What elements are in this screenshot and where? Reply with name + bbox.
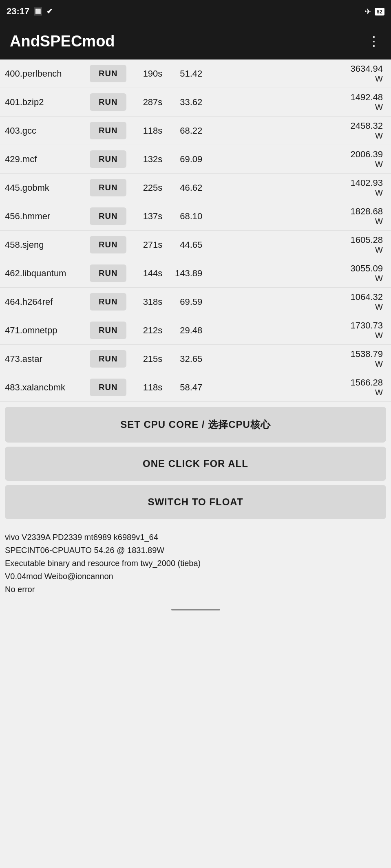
table-row: 483.xalancbmkRUN118s58.471566.28W	[0, 373, 391, 402]
airplane-icon: ✈	[364, 7, 371, 16]
bench-name: 429.mcf	[5, 154, 86, 165]
table-row: 458.sjengRUN271s44.651605.28W	[0, 231, 391, 259]
benchmark-list: 400.perlbenchRUN190s51.423634.94W401.bzi…	[0, 59, 391, 402]
switch-to-float-button[interactable]: SWITCH TO FLOAT	[5, 485, 386, 519]
run-button-483-xalancbmk[interactable]: RUN	[90, 379, 126, 396]
bench-time: 137s	[130, 211, 162, 222]
action-buttons-section: SET CPU CORE / 选择CPU核心 ONE CLICK FOR ALL…	[0, 402, 391, 524]
bench-name: 458.sjeng	[5, 240, 86, 250]
bench-score: 44.65	[166, 240, 202, 250]
bench-name: 456.hmmer	[5, 211, 86, 222]
bench-time: 215s	[130, 354, 162, 364]
notification-icon: 🔲	[33, 7, 42, 16]
run-button-456-hmmer[interactable]: RUN	[90, 207, 126, 225]
battery-percent: 62	[375, 8, 384, 15]
run-button-462-libquantum[interactable]: RUN	[90, 264, 126, 282]
bench-time: 287s	[130, 97, 162, 108]
app-title: AndSPECmod	[10, 33, 115, 50]
bench-time: 212s	[130, 325, 162, 336]
bench-watts: 2006.39W	[205, 149, 386, 169]
one-click-for-all-button[interactable]: ONE CLICK FOR ALL	[5, 447, 386, 481]
bench-score: 58.47	[166, 382, 202, 393]
info-line-5: No error	[5, 583, 386, 596]
bench-name: 400.perlbench	[5, 68, 86, 79]
bench-watts: 1605.28W	[205, 235, 386, 255]
bench-time: 318s	[130, 297, 162, 307]
bench-time: 190s	[130, 68, 162, 79]
run-button-471-omnetpp[interactable]: RUN	[90, 322, 126, 339]
info-line-3: Executable binary and resource from twy_…	[5, 557, 386, 570]
bench-watts: 1492.48W	[205, 92, 386, 112]
bench-name: 464.h264ref	[5, 297, 86, 307]
bench-name: 401.bzip2	[5, 97, 86, 108]
bench-watts: 3055.09W	[205, 263, 386, 283]
bench-score: 143.89	[166, 268, 202, 279]
bench-time: 118s	[130, 382, 162, 393]
status-bar-right: ✈ 62	[364, 7, 384, 16]
run-button-401-bzip2[interactable]: RUN	[90, 93, 126, 111]
run-button-400-perlbench[interactable]: RUN	[90, 65, 126, 82]
bench-watts: 1064.32W	[205, 292, 386, 312]
bench-watts: 1402.93W	[205, 178, 386, 198]
run-button-403-gcc[interactable]: RUN	[90, 122, 126, 139]
run-button-445-gobmk[interactable]: RUN	[90, 179, 126, 196]
more-options-icon[interactable]: ⋮	[367, 33, 381, 49]
bench-time: 144s	[130, 268, 162, 279]
bench-name: 403.gcc	[5, 126, 86, 136]
table-row: 462.libquantumRUN144s143.893055.09W	[0, 259, 391, 288]
bench-score: 51.42	[166, 68, 202, 79]
bench-time: 132s	[130, 154, 162, 165]
bench-watts: 3634.94W	[205, 64, 386, 84]
bench-name: 462.libquantum	[5, 268, 86, 279]
bench-score: 68.22	[166, 126, 202, 136]
status-bar: 23:17 🔲 ✔ ✈ 62	[0, 0, 391, 23]
run-button-464-h264ref[interactable]: RUN	[90, 293, 126, 311]
info-section: vivo V2339A PD2339 mt6989 k6989v1_64 SPE…	[0, 524, 391, 604]
table-row: 471.omnetppRUN212s29.481730.73W	[0, 316, 391, 345]
run-button-473-astar[interactable]: RUN	[90, 350, 126, 368]
table-row: 401.bzip2RUN287s33.621492.48W	[0, 88, 391, 117]
bench-name: 473.astar	[5, 354, 86, 364]
table-row: 429.mcfRUN132s69.092006.39W	[0, 145, 391, 174]
table-row: 445.gobmkRUN225s46.621402.93W	[0, 174, 391, 202]
app-bar: AndSPECmod ⋮	[0, 23, 391, 59]
check-icon: ✔	[46, 7, 53, 16]
info-line-4: V0.04mod Weibo@ioncannon	[5, 570, 386, 583]
info-line-2: SPECINT06-CPUAUTO 54.26 @ 1831.89W	[5, 544, 386, 557]
scroll-indicator	[171, 609, 220, 610]
table-row: 403.gccRUN118s68.222458.32W	[0, 117, 391, 145]
run-button-458-sjeng[interactable]: RUN	[90, 236, 126, 253]
table-row: 464.h264refRUN318s69.591064.32W	[0, 288, 391, 316]
table-row: 473.astarRUN215s32.651538.79W	[0, 345, 391, 373]
run-button-429-mcf[interactable]: RUN	[90, 150, 126, 168]
bench-watts: 1566.28W	[205, 377, 386, 397]
bench-score: 33.62	[166, 97, 202, 108]
info-line-1: vivo V2339A PD2339 mt6989 k6989v1_64	[5, 531, 386, 544]
table-row: 456.hmmerRUN137s68.101828.68W	[0, 202, 391, 231]
bench-score: 29.48	[166, 325, 202, 336]
set-cpu-core-button[interactable]: SET CPU CORE / 选择CPU核心	[5, 407, 386, 443]
bench-score: 69.59	[166, 297, 202, 307]
bench-score: 32.65	[166, 354, 202, 364]
bench-score: 46.62	[166, 183, 202, 193]
bench-time: 225s	[130, 183, 162, 193]
bench-name: 483.xalancbmk	[5, 382, 86, 393]
battery-indicator: 62	[375, 8, 384, 15]
table-row: 400.perlbenchRUN190s51.423634.94W	[0, 59, 391, 88]
bench-name: 445.gobmk	[5, 183, 86, 193]
bench-watts: 1538.79W	[205, 349, 386, 369]
bench-score: 68.10	[166, 211, 202, 222]
bench-name: 471.omnetpp	[5, 325, 86, 336]
bench-watts: 1730.73W	[205, 320, 386, 340]
bench-watts: 1828.68W	[205, 206, 386, 226]
bench-watts: 2458.32W	[205, 121, 386, 141]
time-display: 23:17	[7, 6, 29, 17]
status-bar-left: 23:17 🔲 ✔	[7, 6, 53, 17]
bench-time: 118s	[130, 126, 162, 136]
bench-time: 271s	[130, 240, 162, 250]
bench-score: 69.09	[166, 154, 202, 165]
